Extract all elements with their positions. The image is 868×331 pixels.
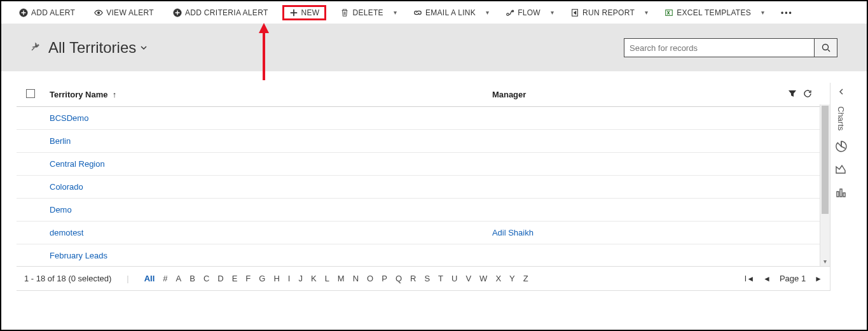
refresh-button[interactable] — [803, 89, 812, 100]
alpha-letter[interactable]: I — [288, 274, 291, 283]
table-row[interactable]: Colorado — [17, 176, 830, 199]
chevron-left-icon — [837, 88, 845, 95]
search-icon — [821, 43, 831, 53]
add-criteria-alert-button[interactable]: ADD CRITERIA ALERT — [168, 6, 273, 20]
sort-asc-icon: ↑ — [110, 90, 116, 99]
email-link-button[interactable]: EMAIL A LINK — [408, 6, 481, 20]
territory-link[interactable]: Demo — [50, 205, 72, 215]
col-manager[interactable]: Manager — [487, 83, 783, 107]
bar-chart-icon — [835, 186, 848, 199]
table-row[interactable]: demotestAdil Shaikh — [17, 222, 830, 244]
table-row[interactable]: Central Region — [17, 153, 830, 176]
alpha-letter[interactable]: X — [495, 274, 501, 283]
alpha-letter[interactable]: B — [189, 274, 195, 283]
table-row[interactable]: Demo — [17, 199, 830, 222]
alpha-letter[interactable]: U — [451, 274, 457, 283]
bar-chart-button[interactable] — [834, 185, 848, 199]
alpha-letter[interactable]: L — [325, 274, 329, 283]
pie-chart-button[interactable] — [834, 139, 848, 153]
run-report-button[interactable]: RUN REPORT — [565, 6, 640, 20]
manager-link[interactable]: Adil Shaikh — [492, 228, 534, 237]
more-commands-button[interactable]: ••• — [776, 6, 798, 20]
excel-icon — [665, 8, 673, 17]
alpha-letter[interactable]: R — [410, 274, 416, 283]
territory-link[interactable]: Berlin — [50, 136, 71, 146]
area-chart-button[interactable] — [834, 162, 848, 176]
charts-collapse-button[interactable] — [837, 88, 845, 97]
new-button[interactable]: NEW — [282, 5, 327, 20]
alpha-letter[interactable]: Q — [396, 274, 402, 283]
prev-page-button[interactable]: ◄ — [763, 274, 771, 283]
alpha-letter[interactable]: # — [163, 274, 167, 283]
excel-templates-button[interactable]: EXCEL TEMPLATES — [659, 6, 756, 20]
alpha-letter[interactable]: O — [367, 274, 373, 283]
svg-rect-12 — [843, 193, 845, 197]
email-link-dropdown[interactable]: ▾ — [483, 6, 492, 18]
view-selector[interactable]: All Territories — [48, 39, 148, 57]
alpha-letter[interactable]: P — [382, 274, 387, 283]
filter-button[interactable] — [788, 89, 797, 100]
excel-templates-label: EXCEL TEMPLATES — [677, 8, 751, 17]
col-territory-name[interactable]: Territory Name ↑ — [45, 83, 487, 107]
alpha-letter[interactable]: J — [298, 274, 303, 283]
table-row[interactable]: BCSDemo — [17, 107, 830, 130]
alpha-letter[interactable]: C — [203, 274, 209, 283]
alpha-all[interactable]: All — [144, 274, 155, 283]
table-row[interactable]: February Leads — [17, 244, 830, 267]
alpha-letter[interactable]: G — [259, 274, 265, 283]
flow-dropdown[interactable]: ▾ — [548, 6, 556, 18]
excel-templates-dropdown[interactable]: ▾ — [759, 6, 767, 18]
charts-pane: Charts — [830, 83, 851, 291]
search-input[interactable] — [624, 38, 815, 57]
search-button[interactable] — [815, 38, 837, 57]
scroll-down-icon[interactable]: ▾ — [820, 256, 830, 266]
email-link-label: EMAIL A LINK — [425, 8, 476, 17]
svg-point-9 — [822, 45, 828, 50]
territory-link[interactable]: demotest — [50, 228, 83, 237]
alpha-letter[interactable]: V — [465, 274, 471, 283]
plus-circle-icon — [19, 8, 28, 17]
alpha-letter[interactable]: A — [176, 274, 182, 283]
alpha-letter[interactable]: N — [353, 274, 359, 283]
first-page-button[interactable]: I◄ — [745, 274, 754, 283]
run-report-dropdown[interactable]: ▾ — [642, 6, 651, 18]
table-row[interactable]: Berlin — [17, 130, 830, 153]
view-alert-button[interactable]: VIEW ALERT — [89, 6, 159, 20]
delete-button[interactable]: DELETE — [335, 6, 388, 20]
new-label: NEW — [301, 8, 320, 17]
vertical-scrollbar[interactable]: ▾ — [820, 104, 830, 266]
territory-link[interactable]: Central Region — [50, 159, 105, 169]
chevron-down-icon — [140, 44, 148, 52]
link-icon — [413, 8, 422, 17]
pager: I◄ ◄ Page 1 ► — [745, 274, 822, 283]
territory-link[interactable]: BCSDemo — [50, 113, 88, 123]
record-count-label: 1 - 18 of 18 (0 selected) — [24, 274, 111, 283]
territory-link[interactable]: Colorado — [50, 182, 83, 192]
select-all-checkbox[interactable] — [26, 89, 35, 98]
header-row: Territory Name ↑ Manager — [17, 83, 830, 107]
alpha-letter[interactable]: S — [424, 274, 430, 283]
add-alert-button[interactable]: ADD ALERT — [14, 6, 80, 20]
alpha-letter[interactable]: F — [245, 274, 251, 283]
flow-button[interactable]: FLOW — [500, 6, 546, 20]
pie-chart-icon — [835, 140, 848, 153]
pin-icon[interactable] — [31, 42, 41, 54]
alpha-letter[interactable]: Z — [523, 274, 528, 283]
alpha-letter[interactable]: W — [479, 274, 487, 283]
svg-point-1 — [97, 11, 100, 14]
plus-icon — [289, 8, 298, 17]
delete-dropdown[interactable]: ▾ — [391, 6, 399, 18]
alpha-letter[interactable]: M — [338, 274, 345, 283]
alpha-letter[interactable]: D — [217, 274, 223, 283]
view-name-label: All Territories — [48, 39, 136, 57]
next-page-button[interactable]: ► — [815, 274, 822, 283]
alpha-letter[interactable]: H — [273, 274, 279, 283]
alpha-letter[interactable]: K — [311, 274, 317, 283]
alpha-letter[interactable]: T — [438, 274, 443, 283]
alpha-letter[interactable]: Y — [509, 274, 515, 283]
alpha-letter[interactable]: E — [232, 274, 238, 283]
col-territory-name-label: Territory Name — [50, 90, 108, 99]
territory-link[interactable]: February Leads — [50, 251, 107, 260]
scrollbar-thumb[interactable] — [822, 106, 829, 214]
svg-point-3 — [507, 13, 509, 15]
